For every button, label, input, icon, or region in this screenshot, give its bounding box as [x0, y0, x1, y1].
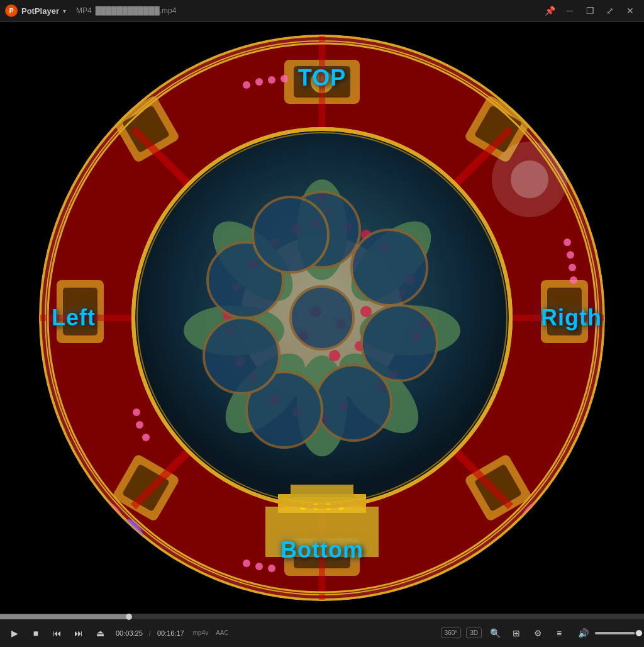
svg-rect-80	[291, 485, 353, 497]
svg-point-70	[352, 230, 427, 305]
app-dropdown-icon[interactable]: ▾	[63, 8, 66, 14]
next-button[interactable]: ⏭	[69, 624, 88, 643]
eject-button[interactable]: ⏏	[91, 624, 109, 643]
svg-point-76	[253, 197, 328, 273]
svg-point-63	[360, 306, 372, 317]
stop-button[interactable]: ■	[26, 624, 45, 643]
svg-point-97	[133, 408, 140, 416]
svg-point-74	[204, 318, 279, 393]
svg-point-100	[268, 565, 275, 572]
btn-360[interactable]: 360°	[441, 627, 462, 638]
svg-point-103	[74, 538, 105, 588]
format-badge-1: mp4v	[193, 629, 208, 636]
search-button[interactable]: 🔍	[486, 624, 504, 643]
minimize-button[interactable]: ─	[561, 2, 579, 20]
svg-point-91	[564, 239, 571, 246]
volume-icon[interactable]: 🔊	[574, 624, 592, 643]
format-badge-2: AAC	[216, 629, 229, 636]
progress-bar[interactable]	[0, 614, 644, 619]
svg-point-87	[243, 81, 250, 89]
btn-3d[interactable]: 3D	[466, 627, 482, 638]
volume-knob[interactable]	[636, 630, 642, 636]
prev-button[interactable]: ⏮	[48, 624, 67, 643]
title-bar-left: P PotPlayer ▾ MP4 ████████████.mp4	[5, 4, 541, 17]
svg-point-72	[316, 365, 391, 441]
svg-point-99	[255, 563, 263, 570]
pin-button[interactable]: 📌	[541, 2, 558, 20]
progress-knob[interactable]	[126, 614, 132, 620]
controls-area: ▶ ■ ⏮ ⏭ ⏏ 00:03:25 / 00:16:17 mp4v AAC 3…	[0, 614, 644, 647]
settings-button[interactable]: ⚙	[528, 624, 547, 643]
close-button[interactable]: ✕	[621, 2, 639, 20]
volume-area: 🔊	[574, 624, 639, 643]
svg-point-88	[255, 78, 263, 86]
app-logo: P	[5, 4, 18, 17]
menu-button[interactable]: ≡	[550, 624, 569, 643]
title-bar: P PotPlayer ▾ MP4 ████████████.mp4 📌 ─ ❐…	[0, 0, 644, 22]
video-content-svg	[39, 35, 605, 601]
fullscreen-button[interactable]: ⤢	[601, 2, 619, 20]
svg-point-77	[291, 286, 353, 349]
current-time: 00:03:25	[116, 629, 143, 637]
svg-point-101	[77, 500, 127, 576]
svg-point-90	[280, 75, 288, 82]
svg-point-102	[108, 519, 146, 582]
svg-point-67	[329, 350, 340, 361]
volume-bar[interactable]	[595, 632, 639, 634]
title-filename: ████████████.mp4	[96, 6, 177, 15]
title-format: MP4	[76, 6, 92, 15]
svg-point-93	[569, 264, 576, 271]
svg-rect-78	[265, 507, 379, 557]
svg-point-92	[567, 251, 574, 259]
progress-fill	[0, 614, 129, 619]
play-button[interactable]: ▶	[5, 624, 24, 643]
svg-point-96	[136, 421, 143, 429]
video-circle: TOP Bottom Left Rigth	[39, 35, 605, 601]
svg-point-104	[517, 500, 567, 576]
svg-point-105	[548, 519, 586, 582]
volume-fill	[595, 632, 635, 634]
svg-point-98	[243, 560, 250, 567]
total-time: 00:16:17	[157, 629, 184, 637]
window-controls: 📌 ─ ❐ ⤢ ✕	[541, 2, 639, 20]
svg-point-94	[570, 276, 577, 284]
controls-row: ▶ ■ ⏮ ⏭ ⏏ 00:03:25 / 00:16:17 mp4v AAC 3…	[0, 619, 644, 647]
video-area: TOP Bottom Left Rigth	[0, 22, 644, 614]
time-separator: /	[149, 629, 151, 637]
svg-rect-16	[547, 288, 582, 335]
svg-point-86	[511, 160, 548, 198]
screen-button[interactable]: ⊞	[507, 624, 526, 643]
svg-point-89	[268, 76, 275, 84]
restore-button[interactable]: ❐	[581, 2, 599, 20]
svg-point-95	[142, 434, 150, 441]
app-name: PotPlayer	[21, 6, 59, 16]
svg-rect-14	[63, 288, 97, 335]
